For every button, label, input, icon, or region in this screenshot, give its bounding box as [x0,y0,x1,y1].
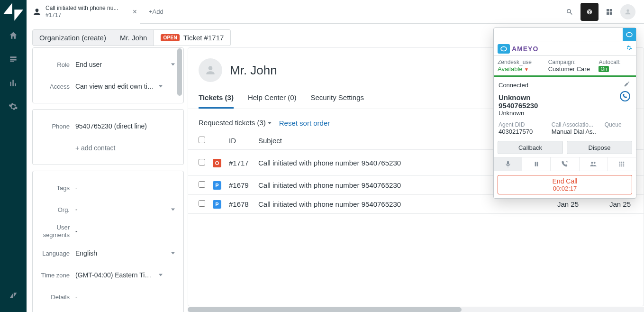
ameyo-call-panel: AMEYO Zendesk_use Available ▼ Campaign: … [493,28,636,199]
svg-point-6 [619,165,621,167]
ameyo-logo: AMEYO [498,44,538,54]
did-label: Agent DID [499,121,543,128]
horizontal-scrollbar[interactable] [188,307,644,312]
cell-subject: Call initiated with phone number [258,181,359,189]
svg-point-3 [619,164,621,165]
row-checkbox[interactable] [199,200,205,207]
ameyo-app-icon[interactable] [581,3,599,21]
mute-icon[interactable] [494,157,522,171]
agent-user-label: Zendesk_use [498,59,545,65]
edit-icon[interactable] [624,81,630,89]
caller-name: Unknown [499,93,631,101]
end-call-button[interactable]: End Call 00:02:17 [498,175,632,194]
views-icon[interactable] [0,47,27,71]
filter-label[interactable]: Requested tickets (3) [199,119,266,127]
conference-icon[interactable] [580,157,608,171]
crumb-organization[interactable]: Organization (create) [32,29,113,46]
transfer-icon[interactable] [551,157,579,171]
svg-point-0 [619,162,621,163]
home-icon[interactable] [0,24,27,47]
status-badge-open: OPEN [161,34,180,41]
timezone-select[interactable]: (GMT-04:00) Eastern Time (... [75,271,165,279]
svg-point-7 [621,165,623,167]
dispose-button[interactable]: Dispose [567,141,632,154]
agent-status-select[interactable]: Available [498,65,523,73]
global-sidebar [0,0,27,312]
tab-ticket[interactable]: Call initiated with phone nu... #1717 × [27,0,140,24]
cell-subject: Call initiated with phone number [258,159,359,167]
org-select[interactable]: - [75,206,178,213]
tab-security[interactable]: Security Settings [310,91,364,109]
ameyo-brand-text: AMEYO [512,45,538,53]
zendesk-brand-icon[interactable] [0,284,27,307]
profile-avatar[interactable] [620,4,635,19]
callback-button[interactable]: Callback [498,141,563,154]
language-label: Language [33,250,75,257]
details-label: Details [33,294,75,301]
user-icon [32,7,42,17]
cell-phone: 9540765230 [362,159,401,167]
queue-label: Queue [605,121,631,128]
segments-value: - [75,228,178,235]
campaign-label: Campaign: [548,59,596,65]
ameyo-corner-icon[interactable] [623,28,636,41]
cell-id: #1717 [225,150,254,176]
access-label: Access [33,83,75,90]
tags-value[interactable]: - [75,184,178,192]
svg-point-2 [623,162,625,163]
crumb-ticket-label: Ticket #1717 [183,34,224,42]
tab-subtitle: #1717 [45,12,118,18]
language-select[interactable]: English [75,249,178,257]
phone-label: Phone [33,123,75,130]
status-caret-icon[interactable]: ▼ [524,67,529,72]
topbar: Call initiated with phone nu... #1717 × … [27,0,644,24]
crumb-user[interactable]: Mr. John [113,29,154,46]
cell-phone: 9540765230 [362,200,401,208]
did-value: 4030217570 [499,128,543,135]
settings-icon[interactable] [626,45,632,53]
role-select[interactable]: End user [75,61,178,68]
hold-icon[interactable] [522,157,551,171]
details-value[interactable]: - [75,293,178,301]
left-panel-scrollbar[interactable] [177,48,182,96]
segments-label: User segments [33,224,75,239]
chevron-down-icon[interactable] [268,122,272,124]
search-icon[interactable] [561,3,579,21]
access-select[interactable]: Can view and edit own tick... [75,83,165,90]
reporting-icon[interactable] [0,71,27,95]
cell-id: #1679 [225,176,254,195]
col-id[interactable]: ID [225,132,254,150]
user-properties-panel: Role End user Access Can view and edit o… [32,47,184,312]
caller-number: 9540765230 [499,101,631,110]
crumb-ticket[interactable]: OPEN Ticket #1717 [154,29,231,46]
apps-icon[interactable] [600,3,618,21]
admin-icon[interactable] [0,95,27,119]
status-pending-icon: P [213,181,221,190]
caller-sub: Unknown [499,110,631,117]
role-label: Role [33,61,75,68]
dialpad-icon[interactable] [608,157,636,171]
cell-id: #1678 [225,195,254,214]
campaign-value: Customer Care [548,65,596,73]
tags-label: Tags [33,184,75,192]
select-all-checkbox[interactable] [199,137,205,143]
autocall-toggle[interactable]: On [599,66,608,72]
autocall-label: Autocall: [599,59,632,65]
row-checkbox[interactable] [199,181,205,188]
add-contact-link[interactable]: + add contact [75,144,115,152]
user-avatar [199,58,222,82]
cell-subject: Call initiated with phone number [258,200,359,208]
tab-close-icon[interactable]: × [133,8,137,16]
call-indicator-icon [620,91,630,101]
phone-value: 9540765230 (direct line) [75,122,178,130]
call-timer: 00:02:17 [498,185,632,192]
assoc-label: Call Associatio... [552,121,596,128]
zendesk-logo [0,0,27,24]
tab-help-center[interactable]: Help Center (0) [248,91,297,109]
add-tab-button[interactable]: + Add [140,0,172,24]
reset-sort-link[interactable]: Reset sort order [279,119,330,127]
timezone-label: Time zone [33,272,75,279]
tab-tickets[interactable]: Tickets (3) [199,91,234,109]
status-pending-icon: P [213,200,221,209]
row-checkbox[interactable] [199,159,205,165]
